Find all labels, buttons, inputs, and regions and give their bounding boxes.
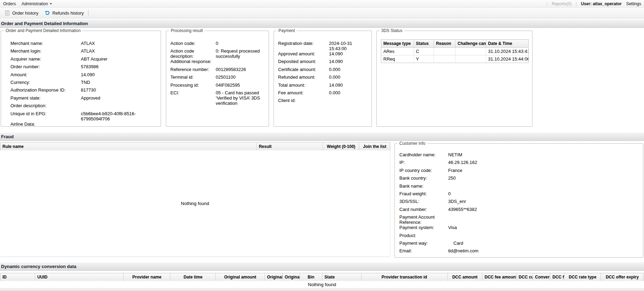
table-cell — [434, 55, 455, 63]
field-label: Refunded amount: — [278, 74, 329, 80]
header-cell[interactable]: Weight (0-100) — [323, 143, 359, 150]
field-value: 46.29.126.162 — [448, 160, 528, 165]
menu-administration[interactable]: Administration — [20, 0, 56, 8]
table-cell: Y — [414, 55, 434, 63]
menu-settings[interactable]: Settings — [626, 1, 641, 6]
header-cell[interactable]: DCC fee amount — [482, 273, 516, 281]
field-value: 14.090 — [81, 72, 158, 77]
threeds-status-panel: 3DS Status Message type Status Reason Ch… — [376, 31, 532, 127]
field-row: Fraud weight:0 — [399, 191, 641, 199]
field-label: IP country code: — [399, 168, 448, 173]
header-cell[interactable]: DCC curr — [516, 273, 533, 281]
field-value: Card — [448, 241, 528, 246]
header-cell[interactable]: Reason — [434, 40, 455, 47]
header-cell[interactable]: Message type — [381, 40, 414, 47]
field-value: 439655**6382 — [448, 207, 528, 212]
document-icon — [5, 10, 10, 16]
field-label: Registration date: — [278, 41, 329, 46]
section-header-dcc: Dynamic currency conversion data — [0, 262, 644, 271]
field-label: Approved amount: — [278, 51, 329, 56]
menu-divider — [547, 2, 547, 6]
header-cell[interactable]: DCC offer expiry — [601, 273, 644, 281]
field-label: Bank name: — [399, 183, 448, 189]
field-label: Payment Account Reference: — [399, 214, 448, 225]
header-cell[interactable]: Challenge cancel — [455, 40, 486, 47]
field-value: 250 — [448, 175, 528, 181]
header-cell[interactable]: DCC amount — [448, 273, 483, 281]
field-label: Merchant login: — [10, 48, 81, 54]
field-value: c5b6bee4-b920-40f8-8516-67995094f706 — [81, 111, 158, 121]
header-cell[interactable]: Status — [414, 40, 434, 47]
dcc-empty-state: Nothing found — [0, 281, 644, 289]
header-cell[interactable]: Result — [257, 143, 323, 150]
field-label: Reference number: — [170, 67, 216, 72]
field-value: France — [448, 168, 528, 173]
field-value: 14.090 — [329, 59, 370, 64]
panel-legend: 3DS Status — [380, 28, 404, 33]
field-label: Authorization Response ID: — [10, 87, 81, 93]
menu-administration-label: Administration — [22, 0, 48, 8]
header-cell[interactable]: Provider transaction id — [361, 273, 448, 281]
field-row: Approved amount:14.090 — [278, 51, 369, 59]
field-value: 14.090 — [329, 51, 370, 56]
field-label: Order number: — [10, 64, 81, 69]
field-row: Cardholder name:NETIM — [399, 152, 641, 160]
field-value: 2024-10-31 15:43:00 — [329, 41, 370, 51]
field-label: Fee amount: — [278, 90, 329, 95]
threeds-table: Message type Status Reason Challenge can… — [381, 39, 529, 63]
header-cell[interactable]: Original amount — [216, 273, 265, 281]
empty-message: Nothing found — [181, 201, 209, 206]
field-value: 817730 — [81, 87, 158, 93]
toolbar-divider — [88, 10, 89, 16]
divider — [0, 289, 644, 290]
header-cell[interactable]: State — [322, 273, 361, 281]
menu-orders[interactable]: Orders — [1, 0, 20, 8]
field-label: Client id: — [278, 98, 329, 103]
table-row: RReq Y 31.10.2024 15:44:06 — [381, 55, 528, 63]
order-history-button[interactable]: Order history — [1, 9, 41, 17]
field-value: 14.090 — [329, 82, 370, 88]
field-label: Email: — [399, 248, 448, 253]
field-label: Amount: — [10, 72, 81, 77]
field-label: Payment way: — [399, 241, 448, 246]
field-label: Airline Data: — [10, 121, 81, 127]
header-cell[interactable]: Original f — [265, 273, 283, 281]
fraud-table-header: Rule name Result Weight (0-100) Join the… — [0, 142, 390, 151]
header-cell[interactable]: DCC fee — [550, 273, 565, 281]
menu-reports[interactable]: Reports(0) — [552, 1, 572, 6]
field-label: Currency: — [10, 80, 81, 85]
header-cell[interactable]: UUID — [35, 273, 124, 281]
header-cell[interactable]: DCC rate type — [565, 273, 601, 281]
user-label: User: atlax_operator — [581, 1, 622, 6]
field-label: Unique id in EPG: — [10, 111, 81, 116]
field-row: Reference number:001289583226 — [170, 67, 267, 74]
field-value: ATLAX — [81, 48, 158, 54]
field-label: Processing id: — [170, 82, 216, 88]
field-row: Product: — [399, 233, 641, 241]
header-cell[interactable]: ID — [0, 273, 35, 281]
table-cell: RReq — [381, 55, 414, 63]
header-cell[interactable]: Date time — [170, 273, 216, 281]
panel-legend: Order and Payment Detailed Information — [4, 28, 82, 33]
field-value: 0.000 — [329, 67, 370, 72]
field-value: 0 — [216, 41, 268, 46]
field-rows: Action code:0 Action code description:0:… — [166, 31, 269, 106]
field-row: Order description: — [10, 103, 159, 111]
refunds-history-button[interactable]: Refunds history — [41, 9, 87, 17]
field-row: Card number:439655**6382 — [399, 207, 641, 214]
header-cell[interactable]: Bin — [300, 273, 322, 281]
field-row: Bank name: — [399, 183, 641, 191]
header-cell[interactable]: Date & Time — [486, 40, 528, 47]
header-cell[interactable]: Rule name — [0, 143, 257, 150]
header-cell[interactable]: Conversi — [533, 273, 550, 281]
header-cell[interactable]: Provider name — [124, 273, 171, 281]
field-label: Product: — [399, 233, 448, 238]
field-label: Card number: — [399, 207, 448, 212]
field-label: 3DS/SSL: — [399, 199, 448, 204]
field-value: 05 - Card has passed ‘Verified by VISA’ … — [216, 90, 268, 106]
order-detail-panel: Order and Payment Detailed Information M… — [1, 31, 161, 127]
header-cell[interactable]: Join the list — [359, 143, 390, 150]
field-value: 04IF082595 — [216, 82, 268, 88]
menu-divider — [576, 2, 576, 6]
header-cell[interactable]: Original c — [283, 273, 300, 281]
